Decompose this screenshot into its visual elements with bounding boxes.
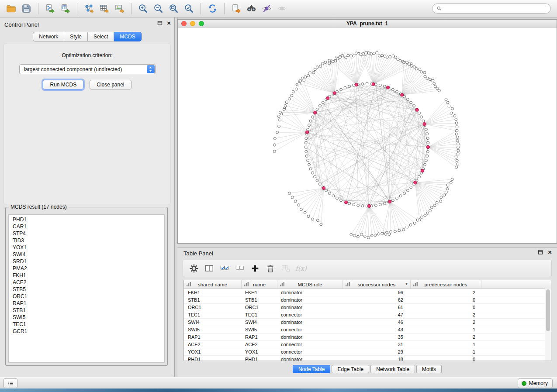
table-cell: 2 (411, 319, 481, 326)
file-import-net-glyph (45, 3, 55, 14)
node-table: shared name name MCDS role successor nod… (183, 280, 551, 361)
table-row[interactable]: STB1STB1dominator620 (184, 296, 551, 304)
mcds-result-item[interactable]: STB5 (9, 286, 164, 293)
table-row[interactable]: YOX1YOX1connector291 (184, 348, 551, 356)
table-row[interactable]: TEC1TEC1connector472 (184, 311, 551, 319)
column-header-mcds-role[interactable]: MCDS role (277, 280, 343, 289)
tab-network[interactable]: Network (33, 32, 64, 41)
network-canvas[interactable] (178, 28, 557, 243)
column-header-shared-name[interactable]: shared name (184, 280, 242, 289)
zoom-out-icon[interactable] (152, 2, 165, 15)
show-columns-icon[interactable] (203, 262, 216, 275)
table-row[interactable]: SWI4SWI4dominator462 (184, 319, 551, 326)
deselect-all-rows-icon[interactable] (233, 262, 246, 275)
maximize-window-icon[interactable] (199, 21, 204, 26)
table-row[interactable]: ACE2ACE2connector311 (184, 341, 551, 348)
import-network-from-file-icon[interactable] (43, 2, 57, 15)
new-network-icon[interactable] (82, 2, 96, 15)
export-document-icon[interactable] (229, 2, 243, 15)
run-mcds-button[interactable]: Run MCDS (43, 80, 83, 89)
float-table-panel-icon[interactable] (538, 250, 543, 255)
column-header-filler (481, 280, 551, 289)
apply-layout-icon[interactable] (206, 2, 219, 15)
tab-motifs[interactable]: Motifs (416, 365, 442, 373)
attribute-icon (280, 282, 285, 287)
mcds-result-item[interactable]: ORC1 (9, 293, 164, 300)
table-row[interactable]: FKH1FKH1dominator962 (184, 289, 551, 296)
table-row[interactable]: PHD1PHD1dominator180 (184, 356, 551, 361)
zoom-fit-icon[interactable] (167, 2, 180, 15)
column-header-successor-nodes[interactable]: successor nodes ▾ (343, 280, 411, 289)
main-toolbar-buttons (4, 2, 289, 15)
export-image-icon[interactable] (113, 2, 126, 15)
chevron-down-icon: ▾ (405, 281, 408, 286)
delete-column-icon[interactable] (264, 262, 277, 275)
close-panel-icon[interactable]: × (167, 21, 171, 26)
table-scrollbar[interactable] (545, 289, 551, 361)
table-row[interactable]: RAP1RAP1dominator352 (184, 334, 551, 341)
mcds-result-item[interactable]: ACE2 (9, 279, 164, 286)
open-session-icon[interactable] (4, 2, 18, 15)
table-settings-icon[interactable] (187, 262, 201, 275)
main-toolbar (0, 0, 557, 17)
mcds-result-item[interactable]: STP4 (9, 230, 164, 237)
scrollbar-thumb[interactable] (546, 289, 550, 331)
memory-button[interactable]: Memory (518, 378, 553, 388)
export-table-icon[interactable] (97, 2, 111, 15)
import-table-from-file-icon[interactable] (59, 2, 72, 15)
close-table-panel-icon[interactable]: × (548, 250, 552, 255)
mcds-result-item[interactable]: PMA2 (9, 265, 164, 272)
show-panels-button[interactable] (3, 378, 17, 388)
zoom-in-icon[interactable] (136, 2, 150, 15)
mcds-result-item[interactable]: RAP1 (9, 300, 164, 307)
table-cell: SWI5 (242, 326, 277, 333)
optimization-criterion-select[interactable]: largest connected component (undirected) (19, 64, 156, 74)
tab-mcds[interactable]: MCDS (114, 32, 141, 41)
plus-glyph (250, 264, 260, 273)
table-cell: RAP1 (242, 334, 277, 340)
zoom-selected-icon[interactable] (182, 2, 196, 15)
mcds-result-item[interactable]: TEC1 (9, 321, 164, 328)
add-column-icon[interactable] (249, 262, 262, 275)
toolbar-separator (77, 3, 77, 14)
mcds-result-item[interactable]: YOX1 (9, 244, 164, 251)
tab-edge-table[interactable]: Edge Table (332, 365, 369, 373)
mcds-result-item[interactable]: PHD1 (9, 216, 164, 223)
tab-node-table[interactable]: Node Table (293, 365, 331, 373)
tab-style[interactable]: Style (64, 32, 88, 41)
mcds-result-item[interactable]: GCR1 (9, 328, 164, 335)
zoom-sel-glyph (184, 3, 194, 14)
close-panel-button[interactable]: Close panel (90, 80, 131, 89)
float-panel-icon[interactable] (157, 21, 163, 26)
mcds-result-list[interactable]: PHD1CAR1STP4TID3YOX1SWI4SRD1PMA2FKH1ACE2… (8, 214, 165, 363)
close-window-icon[interactable] (181, 21, 187, 26)
mcds-result-item[interactable]: SWI4 (9, 251, 164, 258)
table-cell: YOX1 (242, 348, 277, 355)
status-bar: Memory (0, 377, 557, 389)
save-session-icon[interactable] (20, 2, 33, 15)
mcds-result-item[interactable]: CAR1 (9, 223, 164, 230)
mcds-result-item[interactable]: STB1 (9, 307, 164, 314)
network-window-titlebar[interactable]: YPA_prune.txt_1 (178, 20, 557, 28)
column-header-predecessor-nodes[interactable]: predecessor nodes (411, 280, 481, 289)
select-all-rows-icon[interactable] (218, 262, 231, 275)
table-row[interactable]: ORC1ORC1dominator610 (184, 304, 551, 311)
network-graph[interactable] (178, 28, 557, 243)
search-input[interactable] (445, 5, 547, 12)
table-cell: 43 (343, 326, 411, 333)
table-cell: RAP1 (184, 334, 242, 340)
table-row[interactable]: SWI5SWI5connector431 (184, 326, 551, 334)
tab-network-table[interactable]: Network Table (370, 365, 415, 373)
horizontal-splitter[interactable] (177, 244, 557, 247)
hide-selected-icon[interactable] (260, 2, 273, 15)
find-icon[interactable] (245, 2, 258, 15)
mcds-result-item[interactable]: TID3 (9, 237, 164, 244)
mcds-result-item[interactable]: SWI5 (9, 314, 164, 321)
mcds-result-item[interactable]: SRD1 (9, 258, 164, 265)
tab-select[interactable]: Select (88, 32, 114, 41)
minimize-window-icon[interactable] (190, 21, 195, 26)
table-cell: 2 (411, 311, 481, 318)
mcds-result-item[interactable]: FKH1 (9, 272, 164, 279)
search-box[interactable] (432, 3, 551, 14)
column-header-name[interactable]: name (242, 280, 277, 289)
